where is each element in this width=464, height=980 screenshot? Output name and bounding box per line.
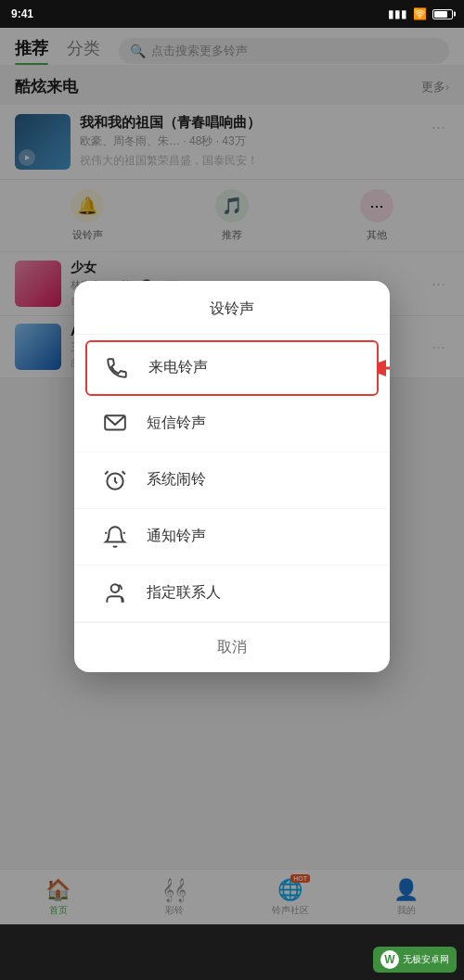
ringtone-label: 来电铃声 [148, 358, 208, 377]
contact-label: 指定联系人 [147, 583, 221, 603]
dialog-item-alarm[interactable]: 系统闹铃 [74, 452, 390, 509]
svg-point-8 [111, 584, 120, 592]
dialog-cancel-button[interactable]: 取消 [74, 622, 390, 672]
sms-label: 短信铃声 [147, 414, 206, 433]
status-time: 9:41 [11, 7, 33, 20]
notification-icon [102, 524, 128, 550]
notification-label: 通知铃声 [147, 527, 206, 546]
phone-icon [104, 355, 130, 381]
dialog-item-sms[interactable]: 短信铃声 [74, 396, 390, 452]
overlay: 设铃声 来电铃声 [0, 28, 464, 924]
battery-icon [432, 9, 453, 19]
dialog: 设铃声 来电铃声 [74, 281, 390, 672]
clock-icon [102, 467, 128, 493]
status-bar: 9:41 ▮▮▮ 🛜 [0, 0, 464, 28]
svg-line-5 [122, 471, 125, 474]
red-arrow [379, 355, 390, 381]
svg-line-4 [105, 471, 108, 474]
dialog-item-notification[interactable]: 通知铃声 [74, 509, 390, 566]
dialog-item-ringtone[interactable]: 来电铃声 [85, 340, 379, 396]
dialog-item-contact[interactable]: 指定联系人 [74, 566, 390, 622]
signal-icon: ▮▮▮ [388, 7, 407, 20]
contact-icon [102, 580, 128, 606]
watermark-text: 无极安卓网 [403, 953, 449, 966]
status-indicators: ▮▮▮ 🛜 [388, 7, 453, 20]
watermark: W 无极安卓网 [373, 947, 457, 973]
main-content: 推荐 分类 🔍 点击搜索更多铃声 酷炫来电 更多 › 我和我的祖国（青春唱响曲）… [0, 28, 464, 924]
dialog-title: 设铃声 [74, 281, 390, 335]
alarm-label: 系统闹铃 [147, 470, 206, 490]
message-icon [102, 411, 128, 437]
wifi-icon: 🛜 [413, 7, 427, 20]
watermark-logo: W [380, 950, 399, 969]
